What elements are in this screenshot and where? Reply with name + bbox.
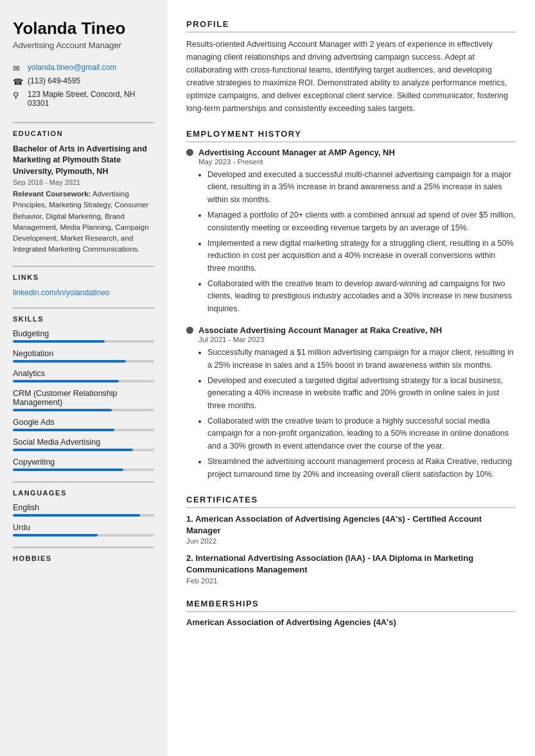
skill-bar-bg xyxy=(13,468,154,471)
location-icon: ⚲ xyxy=(13,90,23,100)
job-bullet: Streamlined the advertising account mana… xyxy=(207,456,516,481)
memberships-section-title: MEMBERSHIPS xyxy=(186,599,516,612)
hobbies-section-title: HOBBIES xyxy=(13,554,154,562)
memberships-section: MEMBERSHIPS American Association of Adve… xyxy=(186,599,516,627)
job-title: Advertising Account Manager at AMP Agenc… xyxy=(198,148,395,157)
employment-section: EMPLOYMENT HISTORY Advertising Account M… xyxy=(186,129,516,481)
skill-bar-bg xyxy=(13,409,154,411)
job-bullet: Managed a portfolio of 20+ clients with … xyxy=(207,209,516,234)
memberships-list: American Association of Advertising Agen… xyxy=(186,617,516,627)
skill-bar-fill xyxy=(13,380,119,382)
employment-section-title: EMPLOYMENT HISTORY xyxy=(186,129,516,142)
skill-bar-bg xyxy=(13,360,154,363)
job-title: Associate Advertising Account Manager at… xyxy=(198,325,442,335)
languages-list: English Urdu xyxy=(13,503,154,537)
job-bullet: Collaborated with the creative team to d… xyxy=(207,278,516,315)
profile-text: Results-oriented Advertising Account Man… xyxy=(186,38,516,115)
skill-bar-fill xyxy=(13,449,133,451)
coursework-text: Advertising Principles, Marketing Strate… xyxy=(13,190,149,253)
skill-item: Negotiation xyxy=(13,349,154,363)
job-bullet: Collaborated with the creative team to p… xyxy=(207,415,516,452)
skill-item: Copywriting xyxy=(13,458,154,471)
job-bullets: Successfully managed a $1 million advert… xyxy=(198,347,516,481)
email-icon: ✉ xyxy=(13,64,23,73)
skill-bar-bg xyxy=(13,380,154,382)
skill-name: Analytics xyxy=(13,369,154,378)
skill-bar-bg xyxy=(13,340,154,343)
cert-title: 1. American Association of Advertising A… xyxy=(186,513,516,537)
job-entry: Advertising Account Manager at AMP Agenc… xyxy=(186,148,516,315)
certificates-list: 1. American Association of Advertising A… xyxy=(186,513,516,585)
candidate-title: Advertising Account Manager xyxy=(13,40,154,50)
sidebar: Yolanda Tineo Advertising Account Manage… xyxy=(0,0,167,756)
edu-dates: Sep 2016 - May 2021 xyxy=(13,178,154,186)
profile-section-title: PROFILE xyxy=(186,19,516,33)
job-header: Advertising Account Manager at AMP Agenc… xyxy=(186,148,516,157)
language-bar-bg xyxy=(13,534,154,537)
skill-bar-fill xyxy=(13,360,126,363)
certificates-section-title: CERTIFICATES xyxy=(186,495,516,508)
phone-icon: ☎ xyxy=(13,77,23,87)
language-bar-bg xyxy=(13,514,154,517)
contact-section: ✉ yolanda.tineo@gmail.com ☎ (113) 649-45… xyxy=(13,63,154,108)
skill-name: Budgeting xyxy=(13,329,154,338)
email-link[interactable]: yolanda.tineo@gmail.com xyxy=(28,63,116,72)
language-name: English xyxy=(13,503,154,512)
job-dates: May 2023 - Present xyxy=(198,158,516,166)
skill-bar-fill xyxy=(13,429,114,431)
language-bar-fill xyxy=(13,514,140,517)
language-bar-fill xyxy=(13,534,98,537)
job-bullet: Successfully managed a $1 million advert… xyxy=(207,347,516,372)
edu-degree: Bachelor of Arts in Advertising and Mark… xyxy=(13,144,154,178)
job-entry: Associate Advertising Account Manager at… xyxy=(186,325,516,481)
skill-bar-fill xyxy=(13,409,112,411)
linkedin-link[interactable]: linkedin.com/in/yolandatineo xyxy=(13,288,110,297)
skill-item: Social Media Advertising xyxy=(13,438,154,451)
language-item: English xyxy=(13,503,154,517)
job-dot xyxy=(186,149,193,156)
language-item: Urdu xyxy=(13,523,154,537)
email-item: ✉ yolanda.tineo@gmail.com xyxy=(13,63,154,73)
job-header: Associate Advertising Account Manager at… xyxy=(186,325,516,335)
cert-date: Feb 2021 xyxy=(186,577,516,585)
skills-list: Budgeting Negotiation Analytics CRM (Cus… xyxy=(13,329,154,471)
skill-item: Budgeting xyxy=(13,329,154,343)
resume-page: Yolanda Tineo Advertising Account Manage… xyxy=(0,0,535,756)
links-divider xyxy=(13,266,154,267)
skill-bar-fill xyxy=(13,468,123,471)
skill-item: CRM (Customer Relationship Management) xyxy=(13,389,154,411)
profile-section: PROFILE Results-oriented Advertising Acc… xyxy=(186,19,516,115)
job-bullet: Developed and executed a successful mult… xyxy=(207,169,516,206)
phone-text: (113) 649-4595 xyxy=(28,76,80,85)
job-dates: Jul 2021 - Mar 2023 xyxy=(198,336,516,343)
job-dot xyxy=(186,327,193,334)
links-section-title: LINKS xyxy=(13,273,154,281)
phone-item: ☎ (113) 649-4595 xyxy=(13,76,154,87)
languages-section-title: LANGUAGES xyxy=(13,489,154,497)
cert-title: 2. International Advertising Association… xyxy=(186,553,516,576)
main-content: PROFILE Results-oriented Advertising Acc… xyxy=(167,0,535,756)
membership-item: American Association of Advertising Agen… xyxy=(186,617,516,627)
hobbies-divider xyxy=(13,547,154,548)
skill-name: Copywriting xyxy=(13,458,154,467)
cert-entry: 1. American Association of Advertising A… xyxy=(186,513,516,545)
job-bullets: Developed and executed a successful mult… xyxy=(198,169,516,315)
skill-bar-bg xyxy=(13,449,154,451)
languages-divider xyxy=(13,481,154,483)
skill-bar-bg xyxy=(13,429,154,431)
address-item: ⚲ 123 Maple Street, Concord, NH 03301 xyxy=(13,90,154,108)
skills-divider xyxy=(13,307,154,309)
skill-bar-fill xyxy=(13,340,105,343)
skills-section-title: SKILLS xyxy=(13,315,154,323)
certificates-section: CERTIFICATES 1. American Association of … xyxy=(186,495,516,585)
skill-name: Social Media Advertising xyxy=(13,438,154,447)
address-text: 123 Maple Street, Concord, NH 03301 xyxy=(28,90,154,108)
cert-entry: 2. International Advertising Association… xyxy=(186,553,516,584)
cert-date: Jun 2022 xyxy=(186,537,516,545)
language-name: Urdu xyxy=(13,523,154,532)
education-divider xyxy=(13,122,154,123)
jobs-list: Advertising Account Manager at AMP Agenc… xyxy=(186,148,516,481)
edu-coursework: Relevant Coursework: Advertising Princip… xyxy=(13,189,154,255)
education-entry: Bachelor of Arts in Advertising and Mark… xyxy=(13,144,154,255)
job-bullet: Developed and executed a targeted digita… xyxy=(207,375,516,412)
